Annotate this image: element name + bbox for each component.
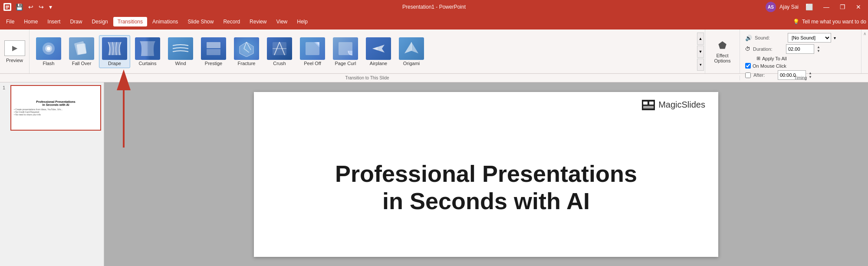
effect-options-button[interactable]: ⬟ EffectOptions	[705, 30, 740, 73]
transition-drape[interactable]: Drape	[99, 35, 130, 68]
slide-thumbnail[interactable]: Professional Presentationsin Seconds wit…	[10, 85, 101, 131]
on-mouse-click-row: On Mouse Click	[745, 63, 856, 69]
after-up[interactable]: ▲	[809, 71, 812, 75]
drape-label: Drape	[108, 61, 121, 66]
transition-fracture[interactable]: Fracture	[231, 36, 262, 68]
wind-icon	[168, 37, 193, 60]
menu-record[interactable]: Record	[219, 17, 244, 26]
menu-review[interactable]: Review	[245, 17, 271, 26]
duration-down[interactable]: ▼	[817, 49, 820, 53]
timing-section-label: Timing	[740, 76, 861, 80]
apply-all-icon: ⊞	[756, 56, 760, 61]
user-name: Ajay Sai	[779, 4, 799, 10]
minimize-button[interactable]: —	[820, 3, 833, 11]
window-title: Presentation1 - PowerPoint	[402, 4, 466, 10]
search-label: Tell me what you want to do	[802, 19, 866, 25]
duration-label: Duration:	[753, 46, 783, 52]
fracture-icon	[234, 37, 259, 60]
menubar: File Home Insert Draw Design Transitions…	[0, 14, 868, 30]
menu-design[interactable]: Design	[87, 17, 112, 26]
ribbon-collapse-button[interactable]: ∧	[861, 30, 868, 73]
menu-transitions[interactable]: Transitions	[113, 17, 147, 26]
crush-icon	[267, 37, 292, 60]
quick-access-toolbar: 💾 ↩ ↪ ▾	[14, 3, 54, 11]
gallery-scroll: ▲ ▼ ▾	[696, 30, 705, 73]
svg-point-6	[47, 47, 50, 50]
magic-slides-text: MagicSlides	[658, 100, 705, 110]
origami-label: Origami	[403, 61, 420, 66]
gallery-scroll-down[interactable]: ▼	[697, 46, 704, 58]
ribbon-section-labels: Transition to This Slide Timing	[0, 74, 868, 82]
flash-label: Flash	[43, 61, 55, 66]
slide-thumbnail-container: 1 Professional Presentationsin Seconds w…	[2, 84, 102, 131]
menu-draw[interactable]: Draw	[66, 17, 86, 26]
magic-slides-icon	[642, 100, 655, 110]
slide-panel: 1 Professional Presentationsin Seconds w…	[0, 82, 104, 266]
svg-marker-11	[240, 42, 253, 57]
gallery-scroll-more[interactable]: ▾	[697, 59, 704, 71]
duration-input[interactable]	[786, 44, 814, 54]
app-icon	[3, 3, 11, 11]
slide-number: 1	[3, 85, 9, 90]
sound-icon: 🔊	[745, 35, 752, 41]
restore-button[interactable]: ❐	[836, 3, 849, 11]
sound-label: Sound:	[755, 35, 785, 40]
slide-main-content: Professional Presentations in Seconds wi…	[254, 118, 718, 257]
duration-up[interactable]: ▲	[817, 45, 820, 49]
sound-select[interactable]: [No Sound]	[788, 33, 831, 43]
preview-button[interactable]: ▶ Preview	[0, 30, 30, 73]
svg-rect-8	[76, 43, 86, 55]
user-avatar[interactable]: AS	[766, 2, 776, 12]
redo-button[interactable]: ↪	[37, 3, 46, 11]
prestige-icon	[201, 37, 226, 60]
slide-canvas: MagicSlides Professional Presentations i…	[254, 92, 718, 257]
gallery-scroll-up[interactable]: ▲	[697, 33, 704, 45]
titlebar-right: AS Ajay Sai ⬜ — ❐ ✕	[766, 2, 865, 12]
drape-icon	[102, 37, 127, 60]
preview-thumbnail: ▶	[4, 40, 25, 56]
transition-crush[interactable]: Crush	[264, 36, 295, 68]
transition-section-label: Transition to This Slide	[30, 76, 705, 80]
menu-insert[interactable]: Insert	[43, 17, 65, 26]
menu-view[interactable]: View	[272, 17, 292, 26]
undo-button[interactable]: ↩	[26, 3, 35, 11]
on-mouse-click-checkbox[interactable]	[745, 63, 751, 69]
curtains-icon	[135, 37, 160, 60]
peeloff-label: Peel Off	[304, 61, 321, 66]
pagecurl-label: Page Curl	[335, 61, 356, 66]
clock-icon: ⏱	[745, 46, 750, 52]
menu-home[interactable]: Home	[20, 17, 42, 26]
apply-to-all-button[interactable]: ⊞ Apply To All	[756, 56, 787, 61]
close-button[interactable]: ✕	[852, 3, 865, 11]
fracture-label: Fracture	[238, 61, 256, 66]
menu-slideshow[interactable]: Slide Show	[183, 17, 218, 26]
menu-help[interactable]: Help	[293, 17, 312, 26]
transition-origami[interactable]: Origami	[396, 36, 427, 68]
transition-peeloff[interactable]: Peel Off	[297, 36, 328, 68]
save-button[interactable]: 💾	[14, 3, 25, 11]
transition-pagecurl[interactable]: Page Curl	[330, 36, 361, 68]
transition-wind[interactable]: Wind	[165, 36, 196, 68]
slide-thumb-title: Professional Presentationsin Seconds wit…	[36, 100, 75, 106]
transition-curtains[interactable]: Curtains	[132, 36, 163, 68]
sound-dropdown-icon[interactable]: ▾	[834, 36, 836, 40]
duration-row: ⏱ Duration: ▲ ▼	[745, 44, 856, 54]
monitor-icon[interactable]: ⬜	[802, 3, 816, 11]
svg-rect-9	[207, 42, 220, 48]
wind-label: Wind	[175, 61, 186, 66]
transition-fallover[interactable]: Fall Over	[66, 36, 97, 68]
apply-all-row: ⊞ Apply To All	[745, 56, 856, 61]
svg-rect-3	[6, 8, 8, 9]
slide-canvas-area: MagicSlides Professional Presentations i…	[104, 82, 868, 266]
transition-prestige[interactable]: Prestige	[198, 36, 229, 68]
slide-title-line2: in Seconds with AI	[382, 188, 590, 214]
transition-flash[interactable]: Flash	[33, 36, 64, 68]
transition-airplane[interactable]: Airplane	[363, 36, 394, 68]
fallover-label: Fall Over	[72, 61, 92, 66]
pagecurl-icon	[333, 37, 358, 60]
menu-search[interactable]: 💡 Tell me what you want to do	[793, 19, 866, 25]
menu-file[interactable]: File	[2, 17, 19, 26]
titlebar-left: 💾 ↩ ↪ ▾	[3, 3, 54, 11]
menu-animations[interactable]: Animations	[148, 17, 182, 26]
customize-button[interactable]: ▾	[47, 3, 54, 11]
